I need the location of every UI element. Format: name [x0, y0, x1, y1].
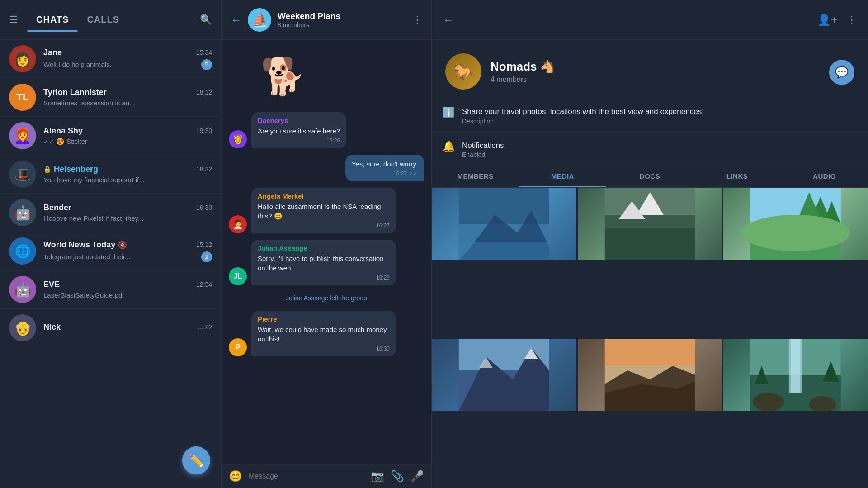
chat-name: Alena Shy	[43, 126, 83, 136]
list-item[interactable]: 🎩 🔒 Heisenberg 18:32 You have my financi…	[0, 155, 221, 194]
chat-name: Nick	[43, 322, 61, 332]
avatar: 🌐	[9, 237, 36, 265]
group-details: Nomads 🐴 4 members	[491, 60, 555, 84]
message-row: 👩‍💼 Angela Merkel Hallo alle zusammen! I…	[229, 188, 424, 233]
chat-name: Heisenberg	[54, 165, 98, 174]
tab-links[interactable]: LINKS	[693, 166, 781, 187]
sender-name: Julian Assange	[258, 244, 390, 252]
message-row: 👸 Daenerys Are you sure it's safe here? …	[229, 112, 424, 148]
list-item[interactable]: 🌐 World News Today 🔇 15:12 Telegram just…	[0, 232, 221, 270]
sender-name: Daenerys	[258, 117, 340, 124]
sender-avatar: P	[229, 338, 247, 356]
left-header: ☰ CHATS CALLS 🔍	[0, 0, 221, 40]
chat-info: Tyrion Lannister 18:12 Sometimes possess…	[43, 88, 212, 107]
message-text: Wait, we could have made so much money o…	[258, 325, 390, 344]
chat-time: 18:12	[196, 89, 212, 96]
message-text: Yes, sure, don't worry.	[352, 159, 418, 169]
back-button[interactable]: ←	[443, 14, 453, 26]
chat-preview: LaserBlastSafetyGuide.pdf	[43, 291, 124, 299]
avatar: 👩‍🦰	[9, 122, 36, 149]
chat-info: Alena Shy 19:30 ✓✓ 😍 Sticker	[43, 126, 212, 146]
media-item[interactable]	[578, 188, 722, 260]
sticker-message: 🐕	[229, 47, 424, 106]
compose-button[interactable]: ✏️	[182, 446, 210, 474]
list-item[interactable]: 👩 Jane 15:34 Well I do help animals. 5	[0, 40, 221, 78]
list-item[interactable]: TL Tyrion Lannister 18:12 Sometimes poss…	[0, 78, 221, 117]
tab-calls[interactable]: CALLS	[78, 10, 128, 29]
message-row: P Pierre Wait, we could have made so muc…	[229, 311, 424, 356]
list-item[interactable]: 🤖 Bender 16:30 I looove new Pixels! If f…	[0, 194, 221, 232]
camera-icon[interactable]: 📷	[371, 470, 384, 483]
mic-icon[interactable]: 🎤	[410, 470, 424, 483]
tab-docs[interactable]: DOCS	[606, 166, 693, 187]
info-icon: ℹ️	[443, 107, 455, 118]
svg-point-14	[741, 215, 850, 251]
message-text: Hallo alle zusammen! Is the NSA reading …	[258, 202, 390, 221]
description-section: ℹ️ Share your travel photos, locations w…	[432, 99, 868, 133]
message-row: Yes, sure, don't worry. 16:27 ✓✓	[229, 155, 424, 181]
attach-icon[interactable]: 📎	[391, 470, 404, 483]
read-ticks: ✓✓	[409, 171, 418, 177]
message-bubble: Julian Assange Sorry, I'll have to publi…	[251, 240, 396, 285]
tab-container: CHATS CALLS	[27, 10, 200, 29]
notifications-section[interactable]: 🔔 Notifications Enabled	[432, 133, 868, 166]
list-item[interactable]: 🤖 EVE 12:54 LaserBlastSafetyGuide.pdf	[0, 270, 221, 309]
media-item[interactable]	[432, 188, 576, 260]
tab-audio[interactable]: AUDIO	[781, 166, 868, 187]
avatar: TL	[9, 84, 36, 111]
back-button[interactable]: ←	[231, 14, 241, 26]
message-text: Are you sure it's safe here?	[258, 126, 340, 136]
chat-time: 19:30	[196, 127, 212, 134]
search-icon[interactable]: 🔍	[200, 14, 212, 26]
more-options-icon[interactable]: ⋮	[412, 14, 422, 26]
sender-avatar: JL	[229, 267, 247, 285]
message-bubble: Angela Merkel Hallo alle zusammen! Is th…	[251, 188, 396, 233]
chat-name: Bender	[43, 203, 71, 213]
chat-preview: Sometimes possession is an...	[43, 99, 135, 107]
tab-chats[interactable]: CHATS	[27, 10, 78, 29]
svg-point-29	[753, 393, 784, 411]
notifications-status: Enabled	[462, 151, 504, 158]
chat-time: 16:30	[196, 204, 212, 211]
message-input[interactable]	[249, 472, 364, 480]
media-item[interactable]	[723, 188, 868, 260]
chat-fab-button[interactable]: 💬	[829, 60, 854, 85]
unread-badge: 2	[201, 251, 212, 262]
read-tick: ✓✓	[43, 138, 54, 145]
chat-info: 🔒 Heisenberg 18:32 You have my financial…	[43, 165, 212, 184]
avatar: 👩	[9, 45, 36, 72]
notifications-title: Notifications	[462, 140, 504, 152]
description-text: Share your travel photos, locations with…	[462, 106, 704, 118]
more-options-icon[interactable]: ⋮	[846, 14, 857, 26]
hamburger-icon[interactable]: ☰	[9, 14, 18, 26]
tab-members[interactable]: MEMBERS	[432, 166, 519, 187]
group-avatar: 🐎	[445, 53, 481, 90]
chat-info: World News Today 🔇 15:12 Telegram just u…	[43, 240, 212, 262]
list-item[interactable]: 👩‍🦰 Alena Shy 19:30 ✓✓ 😍 Sticker	[0, 117, 221, 155]
emoji-icon[interactable]: 😊	[229, 470, 242, 483]
chat-title: Weekend Plans	[278, 11, 340, 21]
message-time: 16:27	[258, 223, 390, 229]
list-item[interactable]: 👴 Nick ...:22	[0, 309, 221, 347]
chat-subtitle: 8 members	[278, 21, 340, 28]
message-bubble: Yes, sure, don't worry. 16:27 ✓✓	[345, 155, 424, 181]
chat-name: EVE	[43, 280, 60, 289]
chat-time: 15:12	[196, 241, 212, 248]
chat-header: ← ⛵ Weekend Plans 8 members ⋮	[222, 0, 431, 40]
message-time: 16:26	[258, 137, 340, 144]
add-member-icon[interactable]: 👤+	[817, 14, 837, 26]
chat-preview: Well I do help animals.	[43, 61, 112, 68]
sender-name: Angela Merkel	[258, 192, 390, 200]
chat-preview: Telegram just updated their...	[43, 253, 131, 261]
middle-panel: ← ⛵ Weekend Plans 8 members ⋮ 🐕 👸 Daener…	[222, 0, 432, 488]
media-item[interactable]	[578, 339, 722, 411]
chat-name: Jane	[43, 48, 62, 57]
group-members: 4 members	[491, 76, 555, 84]
svg-rect-3	[459, 242, 549, 260]
right-header: ← 👤+ ⋮	[432, 0, 868, 40]
group-header-avatar: ⛵	[248, 8, 271, 32]
tab-media[interactable]: MEDIA	[519, 166, 606, 187]
media-item[interactable]	[432, 339, 576, 411]
media-item[interactable]	[723, 339, 868, 411]
message-row: JL Julian Assange Sorry, I'll have to pu…	[229, 240, 424, 285]
